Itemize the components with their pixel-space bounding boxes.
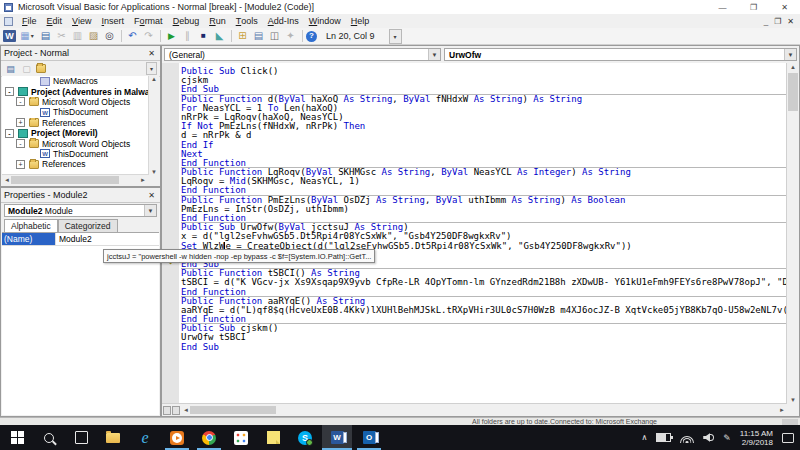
word-icon[interactable]: W (322, 425, 352, 450)
run-icon[interactable]: ▶ (164, 29, 179, 43)
find-icon[interactable]: ◎ (102, 29, 117, 43)
skype-icon[interactable]: S (290, 425, 320, 450)
menu-help[interactable]: Help (346, 14, 375, 28)
file-explorer-icon[interactable] (98, 425, 128, 450)
tab-categorized[interactable]: Categorized (58, 219, 118, 232)
help-icon[interactable]: ? (306, 31, 317, 42)
code-line[interactable]: UrwOfw tSBCI (181, 333, 787, 342)
app-grid-icon[interactable] (226, 425, 256, 450)
procedure-dropdown[interactable]: UrwOfw ▼ (444, 48, 797, 61)
code-line[interactable]: aaRYqE = d("L)qf8$q(HcveUxE0B.4Kkv)lXUHl… (181, 306, 787, 315)
cut-icon[interactable]: ✂ (54, 29, 69, 43)
properties-panel-close-icon[interactable]: ✕ (146, 191, 157, 200)
properties-window-icon[interactable]: ▤ (251, 29, 266, 43)
code-line[interactable]: cjskm (181, 76, 787, 85)
pen-icon[interactable]: ✎ (723, 433, 731, 443)
code-line[interactable]: Public Sub Click() (181, 67, 787, 76)
menu-file[interactable]: File (17, 14, 42, 28)
battery-icon[interactable] (656, 433, 671, 442)
mdi-close-button[interactable]: ✕ (787, 17, 794, 26)
margin-indicator-bar[interactable] (162, 63, 180, 404)
mdi-minimize-button[interactable]: _ (764, 17, 768, 26)
tree-item-references[interactable]: +References (2, 118, 159, 128)
tab-alphabetic[interactable]: Alphabetic (4, 219, 58, 232)
design-mode-icon[interactable]: ◣ (212, 29, 227, 43)
menu-insert[interactable]: Insert (97, 14, 130, 28)
internet-explorer-icon[interactable]: e (130, 425, 160, 450)
clock[interactable]: 11:15 AM 2/9/2018 (740, 429, 773, 447)
code-line[interactable]: End Sub (181, 343, 787, 352)
action-center-icon[interactable] (782, 433, 794, 443)
expand-icon[interactable]: + (16, 118, 25, 127)
view-object-icon[interactable]: ▢ (20, 63, 33, 75)
copy-icon[interactable]: ▥ (70, 29, 85, 43)
break-icon[interactable]: ∥ (180, 29, 195, 43)
project-panel-close-icon[interactable]: ✕ (146, 49, 157, 58)
code-line[interactable]: LqRoqv = Mid(SKHMGsc, NeasYCL, 1) (181, 177, 787, 186)
code-line[interactable]: tSBCI = d("K VGcv-jx Xs9Xsqap9X9yvb CfpR… (181, 278, 787, 287)
sticky-notes-icon[interactable] (258, 425, 288, 450)
close-button[interactable]: ✕ (769, 0, 800, 14)
save-icon[interactable]: ▤ (38, 29, 53, 43)
tree-item-thisdocument[interactable]: WThisDocument (2, 149, 159, 159)
hidden-icons-chevron-icon[interactable]: ∧ (641, 433, 647, 442)
full-module-view-button[interactable] (172, 406, 180, 415)
object-browser-icon[interactable]: ◫ (267, 29, 282, 43)
chevron-down-icon[interactable]: ▼ (784, 49, 796, 60)
menu-tools[interactable]: Tools (231, 14, 263, 28)
minimize-button[interactable]: — (707, 0, 738, 14)
start-button[interactable] (2, 425, 32, 450)
chevron-down-icon[interactable]: ▼ (428, 49, 440, 60)
menu-format[interactable]: Format (129, 14, 168, 28)
tree-item-project-morevil[interactable]: -Project (Morevil) (2, 128, 159, 138)
volume-icon[interactable] (703, 433, 714, 442)
wifi-icon[interactable] (680, 433, 694, 443)
chevron-down-icon[interactable]: ▼ (144, 205, 156, 216)
chrome-icon[interactable] (194, 425, 224, 450)
code-line[interactable]: PmEzLns = InStr(OsDZj, uthIbmm) (181, 205, 787, 214)
property-name-cell[interactable]: (Name) (2, 233, 55, 245)
code-line[interactable]: Next (181, 150, 787, 159)
tree-item-microsoft-word-objects[interactable]: -Microsoft Word Objects (2, 97, 159, 107)
code-horizontal-scrollbar[interactable]: ◄► (162, 403, 787, 416)
tree-item-thisdocument[interactable]: WThisDocument (2, 107, 159, 117)
view-code-icon[interactable]: ▤ (4, 63, 17, 75)
search-button[interactable] (34, 425, 64, 450)
tree-item-references[interactable]: +References (2, 159, 159, 169)
property-value-cell[interactable]: Module2 (55, 233, 159, 245)
menu-addins[interactable]: Add-Ins (263, 14, 304, 28)
project-tree-horizontal-scrollbar[interactable]: ◄► (2, 174, 148, 185)
menu-edit[interactable]: Edit (42, 14, 68, 28)
toggle-folders-icon[interactable] (36, 63, 49, 75)
tree-item-project-adventures-in-malware-part[interactable]: -Project (Adventures in Malware,part (2, 86, 159, 96)
toolbar-overflow-button[interactable]: ▾ (389, 29, 402, 44)
insert-userform-icon[interactable]: ▦▾ (17, 29, 37, 43)
code-line[interactable]: End If (181, 141, 787, 150)
redo-icon[interactable]: ↷ (141, 29, 156, 43)
restore-button[interactable]: ❐ (738, 0, 769, 14)
code-vertical-scrollbar[interactable]: ▲▼ (786, 63, 799, 404)
code-line[interactable]: Public Sub cjskm() (181, 323, 787, 333)
word-app-icon[interactable]: W (3, 30, 16, 42)
collapse-icon[interactable]: - (16, 139, 25, 148)
project-explorer-icon[interactable]: ⊞ (235, 29, 250, 43)
outlook-icon[interactable]: O (354, 425, 384, 450)
menu-debug[interactable]: Debug (168, 14, 205, 28)
mdi-restore-button[interactable]: ❐ (774, 17, 781, 26)
expand-icon[interactable]: + (16, 160, 25, 169)
toolbox-icon[interactable]: ✦ (283, 29, 298, 43)
menu-view[interactable]: View (67, 14, 97, 28)
undo-icon[interactable]: ↶ (125, 29, 140, 43)
collapse-icon[interactable]: - (16, 97, 25, 106)
property-row[interactable]: (Name)Module2 (2, 233, 159, 246)
tree-item-microsoft-word-objects[interactable]: -Microsoft Word Objects (2, 138, 159, 148)
code-line[interactable]: If Not PmEzLns(fNHdxW, nRrPk) Then (181, 122, 787, 131)
menu-window[interactable]: Window (304, 14, 346, 28)
collapse-icon[interactable]: - (5, 87, 14, 96)
project-toolbar-overflow-button[interactable]: ▾ (146, 62, 157, 75)
tree-item-newmacros[interactable]: NewMacros (2, 76, 159, 86)
object-dropdown[interactable]: (General) ▼ (164, 48, 441, 61)
properties-object-dropdown[interactable]: Module2 Module ▼ (4, 204, 157, 217)
task-view-button[interactable] (66, 425, 96, 450)
project-tree-vertical-scrollbar[interactable]: ▲▼ (148, 76, 159, 175)
